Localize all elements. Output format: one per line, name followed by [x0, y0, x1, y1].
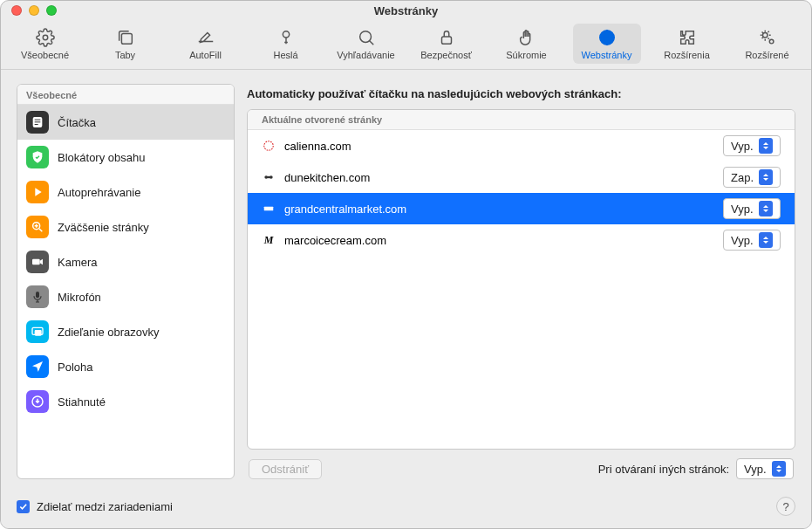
svg-point-6 [762, 33, 768, 38]
gears-icon [757, 27, 778, 48]
site-table: Aktuálne otvorené stránky calienna.com V… [247, 109, 795, 450]
sidebar-list: Čítačka Blokátory obsahu Autoprehrávanie… [17, 105, 234, 419]
svg-rect-10 [35, 121, 41, 122]
share-checkbox-row[interactable]: Zdielať medzi zariadeniami [17, 500, 173, 513]
toolbar-label: Taby [115, 50, 135, 60]
site-name: grandcentralmarket.com [284, 203, 714, 216]
svg-marker-12 [35, 188, 41, 196]
shield-icon [26, 146, 49, 168]
toolbar-label: Bezpečnosť [420, 50, 472, 60]
toolbar-autofill[interactable]: AutoFill [172, 24, 240, 64]
checkbox-checked-icon [17, 500, 30, 513]
share-label: Zdielať medzi zariadeniami [37, 500, 173, 513]
screenshare-icon [26, 320, 49, 343]
globe-icon [597, 27, 618, 48]
svg-point-2 [283, 31, 289, 38]
toolbar-bezpecnost[interactable]: Bezpečnosť [413, 24, 481, 64]
toolbar-label: Rozšírenia [664, 50, 710, 60]
play-icon [26, 181, 49, 203]
svg-rect-11 [35, 124, 38, 125]
gear-icon [35, 27, 56, 48]
svg-rect-17 [35, 331, 41, 335]
microphone-icon [26, 285, 49, 308]
minimize-window-button[interactable] [29, 5, 39, 16]
sidebar-item-blokatory[interactable]: Blokátory obsahu [17, 140, 234, 175]
status-select[interactable]: Vyp. [723, 135, 781, 156]
svg-rect-1 [121, 33, 132, 44]
sidebar-item-label: Čítačka [58, 116, 96, 129]
toolbar-label: Rozšírené [745, 50, 788, 60]
lock-icon [436, 27, 457, 48]
site-row[interactable]: grandcentralmarket.com Vyp. [248, 193, 795, 224]
pencil-icon [195, 27, 216, 48]
toolbar-webstranky[interactable]: Webstránky [573, 24, 641, 64]
toolbar-label: AutoFill [189, 50, 222, 60]
sidebar-item-label: Blokátory obsahu [58, 151, 145, 164]
preferences-toolbar: Všeobecné Taby AutoFill Heslá Vyhľadávan… [1, 20, 811, 70]
table-body: calienna.com Vyp. dunekitchen.com Zap. g… [248, 130, 795, 449]
traffic-lights [11, 5, 57, 16]
sidebar-item-kamera[interactable]: Kamera [17, 244, 234, 279]
zoom-icon [26, 216, 49, 238]
toolbar-vyhladavanie[interactable]: Vyhľadávanie [332, 24, 400, 64]
toolbar-label: Vyhľadávanie [337, 50, 394, 60]
tabs-icon [115, 27, 136, 48]
default-label: Pri otváraní iných stránok: [598, 463, 729, 476]
main-footer: Odstrániť Pri otváraní iných stránok: Vy… [247, 450, 795, 479]
window-title: Webstránky [1, 4, 811, 17]
status-select[interactable]: Zap. [723, 167, 781, 188]
chevron-updown-icon [759, 232, 773, 248]
default-select[interactable]: Vyp. [736, 458, 794, 479]
chevron-updown-icon [759, 169, 773, 185]
status-select[interactable]: Vyp. [723, 230, 781, 251]
key-icon [276, 27, 297, 48]
sidebar-item-autoprehravanie[interactable]: Autoprehrávanie [17, 175, 234, 210]
site-name: calienna.com [284, 140, 714, 153]
toolbar-taby[interactable]: Taby [92, 24, 160, 64]
search-icon [356, 27, 377, 48]
sidebar-header: Všeobecné [17, 85, 234, 105]
sidebar-item-mikrofon[interactable]: Mikrofón [17, 279, 234, 314]
close-window-button[interactable] [11, 5, 22, 16]
toolbar-rozsirenia[interactable]: Rozšírenia [653, 24, 721, 64]
preferences-window: Webstránky Všeobecné Taby AutoFill Heslá… [0, 0, 812, 529]
sidebar-item-label: Autoprehrávanie [58, 186, 140, 199]
sidebar-item-label: Stiahnuté [58, 395, 106, 409]
site-row[interactable]: dunekitchen.com Zap. [248, 161, 795, 193]
svg-point-3 [359, 31, 371, 43]
help-button[interactable]: ? [776, 497, 795, 516]
favicon-icon [262, 139, 276, 153]
svg-rect-14 [32, 259, 40, 265]
sidebar-item-label: Kamera [58, 256, 98, 269]
toolbar-sukromie[interactable]: Súkromie [493, 24, 561, 64]
favicon-icon: M [262, 233, 276, 247]
site-row[interactable]: calienna.com Vyp. [248, 130, 795, 161]
sidebar-item-stiahnute[interactable]: Stiahnuté [17, 384, 234, 419]
toolbar-label: Súkromie [506, 50, 546, 60]
sidebar-item-zvacsenie[interactable]: Zväčšenie stránky [17, 210, 234, 244]
svg-point-0 [43, 35, 48, 40]
chevron-updown-icon [759, 201, 773, 216]
table-header: Aktuálne otvorené stránky [248, 110, 795, 130]
hand-icon [516, 27, 537, 48]
sidebar-item-citacka[interactable]: Čítačka [17, 105, 234, 140]
svg-point-19 [264, 141, 274, 151]
favicon-icon [262, 202, 276, 216]
toolbar-rozsirene[interactable]: Rozšírené [734, 24, 802, 64]
site-name: marcoicecream.com [284, 234, 714, 247]
zoom-window-button[interactable] [46, 5, 57, 16]
favicon-icon [262, 170, 276, 184]
toolbar-vseobecne[interactable]: Všeobecné [11, 24, 79, 64]
status-select[interactable]: Vyp. [723, 198, 781, 219]
camera-icon [26, 251, 49, 273]
puzzle-icon [677, 27, 698, 48]
chevron-updown-icon [759, 138, 773, 154]
toolbar-hesla[interactable]: Heslá [252, 24, 320, 64]
site-row[interactable]: M marcoicecream.com Vyp. [248, 224, 795, 256]
sidebar-item-poloha[interactable]: Poloha [17, 349, 234, 384]
sidebar-item-label: Poloha [58, 361, 92, 374]
delete-button[interactable]: Odstrániť [249, 459, 322, 479]
svg-rect-23 [264, 207, 274, 211]
svg-rect-4 [441, 37, 451, 44]
sidebar-item-zdielanie[interactable]: Zdieľanie obrazovky [17, 314, 234, 349]
